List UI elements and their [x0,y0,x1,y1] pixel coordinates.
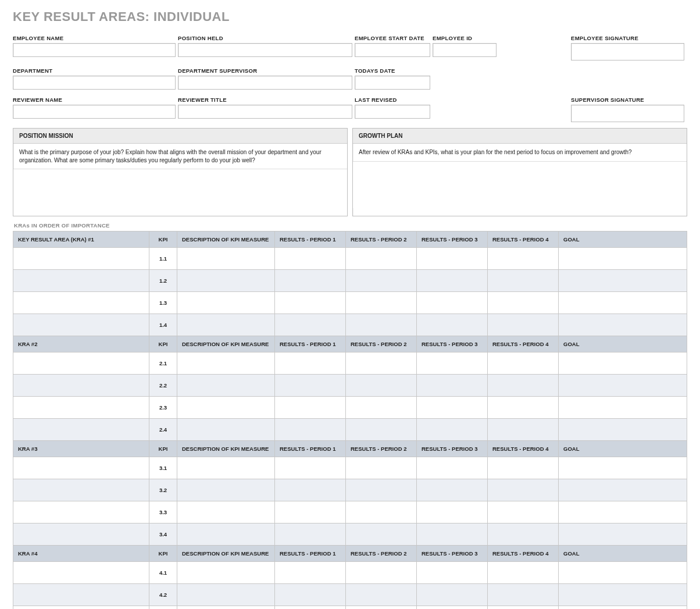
result-p1-cell[interactable] [275,292,346,314]
result-p2-cell[interactable] [346,419,417,441]
result-p3-cell[interactable] [417,584,488,606]
goal-cell[interactable] [559,375,687,397]
input-last-revised[interactable] [355,105,430,119]
result-p1-cell[interactable] [275,270,346,292]
input-department[interactable] [13,76,176,90]
result-p3-cell[interactable] [417,375,488,397]
result-p4-cell[interactable] [488,375,559,397]
kra-name-cell[interactable] [13,248,149,270]
result-p2-cell[interactable] [346,397,417,419]
kra-name-cell[interactable] [13,606,149,610]
goal-cell[interactable] [559,397,687,419]
result-p1-cell[interactable] [275,479,346,501]
input-position-held[interactable] [178,43,352,57]
result-p3-cell[interactable] [417,352,488,375]
kra-name-cell[interactable] [13,397,149,419]
result-p3-cell[interactable] [417,419,488,441]
goal-cell[interactable] [559,584,687,606]
kra-name-cell[interactable] [13,501,149,523]
result-p1-cell[interactable] [275,562,346,584]
result-p4-cell[interactable] [488,314,559,336]
result-p2-cell[interactable] [346,270,417,292]
result-p4-cell[interactable] [488,352,559,375]
kpi-desc-cell[interactable] [177,397,275,419]
result-p1-cell[interactable] [275,457,346,479]
result-p4-cell[interactable] [488,292,559,314]
result-p3-cell[interactable] [417,479,488,501]
result-p4-cell[interactable] [488,419,559,441]
goal-cell[interactable] [559,523,687,546]
input-employee-id[interactable] [433,43,497,57]
result-p2-cell[interactable] [346,314,417,336]
result-p4-cell[interactable] [488,523,559,546]
result-p1-cell[interactable] [275,523,346,546]
kra-name-cell[interactable] [13,562,149,584]
result-p3-cell[interactable] [417,523,488,546]
result-p2-cell[interactable] [346,606,417,610]
result-p2-cell[interactable] [346,523,417,546]
result-p3-cell[interactable] [417,248,488,270]
result-p2-cell[interactable] [346,375,417,397]
panel-body-mission[interactable] [13,169,347,216]
result-p1-cell[interactable] [275,584,346,606]
goal-cell[interactable] [559,457,687,479]
result-p2-cell[interactable] [346,479,417,501]
input-start-date[interactable] [355,43,430,57]
result-p4-cell[interactable] [488,562,559,584]
input-reviewer-name[interactable] [13,105,176,119]
kpi-desc-cell[interactable] [177,352,275,375]
result-p2-cell[interactable] [346,248,417,270]
kpi-desc-cell[interactable] [177,270,275,292]
result-p1-cell[interactable] [275,606,346,610]
goal-cell[interactable] [559,606,687,610]
input-supervisor-signature[interactable] [571,105,684,122]
result-p3-cell[interactable] [417,562,488,584]
result-p1-cell[interactable] [275,248,346,270]
result-p3-cell[interactable] [417,397,488,419]
result-p1-cell[interactable] [275,375,346,397]
kpi-desc-cell[interactable] [177,314,275,336]
kra-name-cell[interactable] [13,375,149,397]
kra-name-cell[interactable] [13,584,149,606]
result-p2-cell[interactable] [346,584,417,606]
result-p2-cell[interactable] [346,501,417,523]
result-p1-cell[interactable] [275,352,346,375]
goal-cell[interactable] [559,292,687,314]
goal-cell[interactable] [559,479,687,501]
result-p4-cell[interactable] [488,501,559,523]
result-p1-cell[interactable] [275,419,346,441]
result-p4-cell[interactable] [488,397,559,419]
goal-cell[interactable] [559,352,687,375]
kpi-desc-cell[interactable] [177,501,275,523]
result-p3-cell[interactable] [417,270,488,292]
result-p4-cell[interactable] [488,270,559,292]
result-p4-cell[interactable] [488,606,559,610]
kpi-desc-cell[interactable] [177,523,275,546]
result-p2-cell[interactable] [346,352,417,375]
result-p4-cell[interactable] [488,248,559,270]
result-p3-cell[interactable] [417,314,488,336]
panel-body-growth[interactable] [353,162,687,208]
input-todays-date[interactable] [355,76,430,90]
kpi-desc-cell[interactable] [177,419,275,441]
kra-name-cell[interactable] [13,270,149,292]
result-p4-cell[interactable] [488,584,559,606]
kra-name-cell[interactable] [13,352,149,375]
kpi-desc-cell[interactable] [177,375,275,397]
result-p4-cell[interactable] [488,479,559,501]
goal-cell[interactable] [559,248,687,270]
kpi-desc-cell[interactable] [177,292,275,314]
result-p3-cell[interactable] [417,606,488,610]
kra-name-cell[interactable] [13,479,149,501]
kra-name-cell[interactable] [13,292,149,314]
kpi-desc-cell[interactable] [177,457,275,479]
kra-name-cell[interactable] [13,419,149,441]
result-p2-cell[interactable] [346,562,417,584]
result-p1-cell[interactable] [275,501,346,523]
result-p3-cell[interactable] [417,292,488,314]
goal-cell[interactable] [559,314,687,336]
input-employee-name[interactable] [13,43,176,57]
kra-name-cell[interactable] [13,314,149,336]
result-p3-cell[interactable] [417,457,488,479]
input-reviewer-title[interactable] [178,105,352,119]
